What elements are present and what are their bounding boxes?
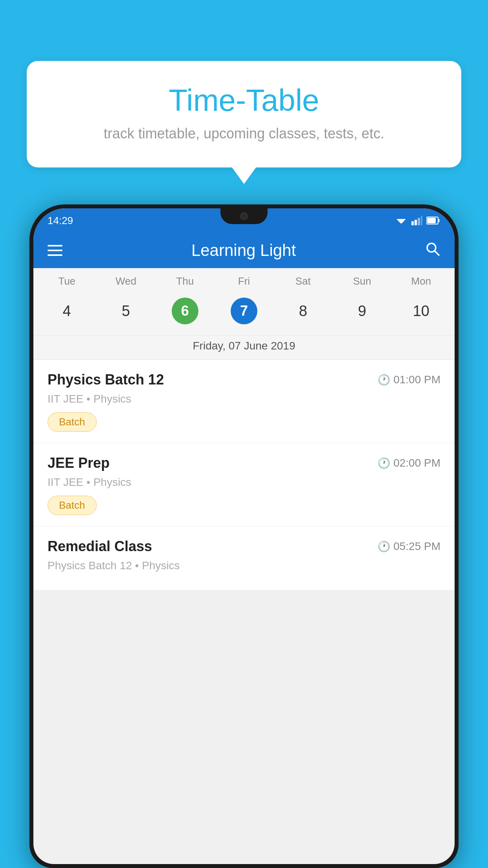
schedule-item-2[interactable]: JEE Prep 🕐 02:00 PM IIT JEE • Physics Ba… [33, 443, 455, 526]
phone-frame: 14:29 [29, 204, 459, 868]
status-time: 14:29 [48, 215, 73, 227]
battery-icon [426, 216, 440, 225]
day-8[interactable]: 8 [273, 294, 332, 328]
svg-rect-5 [421, 216, 422, 225]
calendar-strip: Tue Wed Thu Fri Sat Sun Mon 4 5 6 7 8 9 … [33, 268, 455, 360]
schedule-subtitle-2: IIT JEE • Physics [48, 476, 440, 489]
day-numbers: 4 5 6 7 8 9 10 [33, 291, 455, 335]
schedule-item-3[interactable]: Remedial Class 🕐 05:25 PM Physics Batch … [33, 526, 455, 590]
schedule-item-1[interactable]: Physics Batch 12 🕐 01:00 PM IIT JEE • Ph… [33, 360, 455, 443]
selected-circle: 7 [231, 298, 257, 324]
schedule-time-2: 🕐 02:00 PM [378, 457, 440, 469]
batch-badge-1: Batch [48, 412, 97, 432]
selected-date-label: Friday, 07 June 2019 [33, 335, 455, 359]
day-header-wed: Wed [96, 275, 155, 287]
day-4[interactable]: 4 [37, 294, 96, 328]
day-7[interactable]: 7 [215, 294, 273, 328]
batch-badge-2: Batch [48, 496, 97, 515]
day-header-mon: Mon [392, 275, 451, 287]
schedule-list: Physics Batch 12 🕐 01:00 PM IIT JEE • Ph… [33, 360, 455, 590]
notch [220, 208, 268, 224]
svg-rect-8 [427, 218, 436, 223]
clock-icon-2: 🕐 [378, 457, 390, 469]
svg-rect-4 [418, 218, 420, 225]
app-bar-title: Learning Light [74, 241, 413, 260]
tooltip-subtitle: track timetable, upcoming classes, tests… [46, 125, 442, 142]
svg-rect-3 [415, 220, 417, 225]
schedule-item-header-3: Remedial Class 🕐 05:25 PM [48, 538, 440, 555]
clock-icon-1: 🕐 [378, 374, 390, 386]
day-10[interactable]: 10 [392, 294, 451, 328]
schedule-title-2: JEE Prep [48, 455, 110, 471]
svg-line-10 [435, 251, 439, 255]
schedule-item-header-1: Physics Batch 12 🕐 01:00 PM [48, 371, 440, 388]
app-bar: Learning Light [33, 233, 455, 268]
search-button[interactable] [425, 241, 440, 260]
status-icons [395, 216, 440, 225]
today-circle: 6 [172, 298, 198, 324]
day-header-sun: Sun [332, 275, 391, 287]
schedule-subtitle-3: Physics Batch 12 • Physics [48, 559, 440, 572]
phone-inner: 14:29 [33, 208, 455, 864]
day-header-thu: Thu [156, 275, 215, 287]
day-6[interactable]: 6 [156, 294, 215, 328]
schedule-time-1: 🕐 01:00 PM [378, 373, 440, 386]
day-9[interactable]: 9 [332, 294, 391, 328]
svg-rect-2 [411, 221, 414, 225]
schedule-subtitle-1: IIT JEE • Physics [48, 393, 440, 405]
schedule-time-3: 🕐 05:25 PM [378, 540, 440, 553]
day-header-tue: Tue [37, 275, 96, 287]
day-header-sat: Sat [273, 275, 332, 287]
day-headers: Tue Wed Thu Fri Sat Sun Mon [33, 268, 455, 291]
camera-dot [240, 212, 248, 220]
signal-icon [411, 216, 422, 225]
tooltip-title: Time-Table [46, 83, 442, 118]
day-header-fri: Fri [215, 275, 273, 287]
schedule-title-1: Physics Batch 12 [48, 371, 164, 388]
hamburger-menu-icon[interactable] [48, 245, 62, 256]
status-bar: 14:29 [33, 208, 455, 233]
day-5[interactable]: 5 [96, 294, 155, 328]
clock-icon-3: 🕐 [378, 541, 390, 553]
svg-rect-7 [438, 219, 440, 222]
schedule-item-header-2: JEE Prep 🕐 02:00 PM [48, 455, 440, 471]
wifi-icon [395, 216, 407, 225]
svg-marker-1 [398, 221, 404, 224]
tooltip-card: Time-Table track timetable, upcoming cla… [27, 61, 461, 167]
schedule-title-3: Remedial Class [48, 538, 152, 555]
